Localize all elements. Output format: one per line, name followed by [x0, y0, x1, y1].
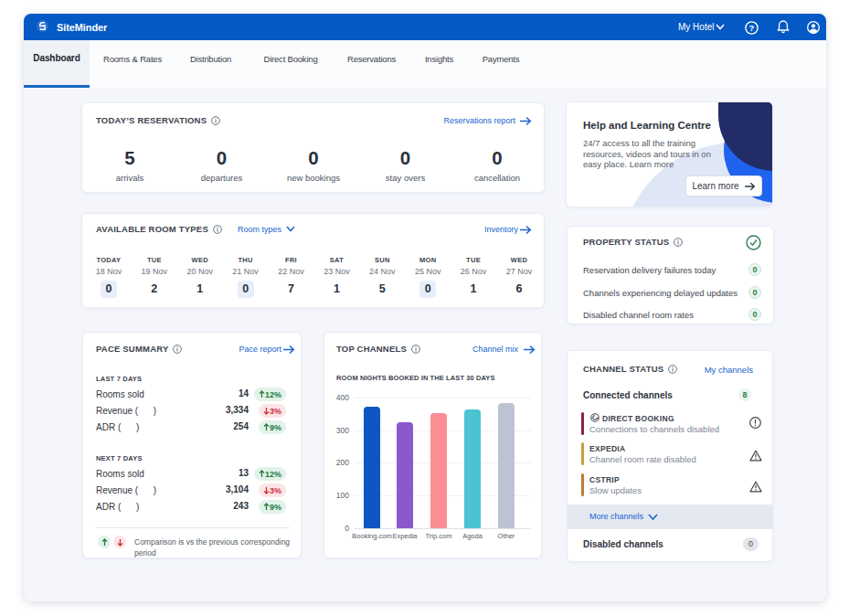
svg-text:?: ? — [749, 23, 755, 33]
